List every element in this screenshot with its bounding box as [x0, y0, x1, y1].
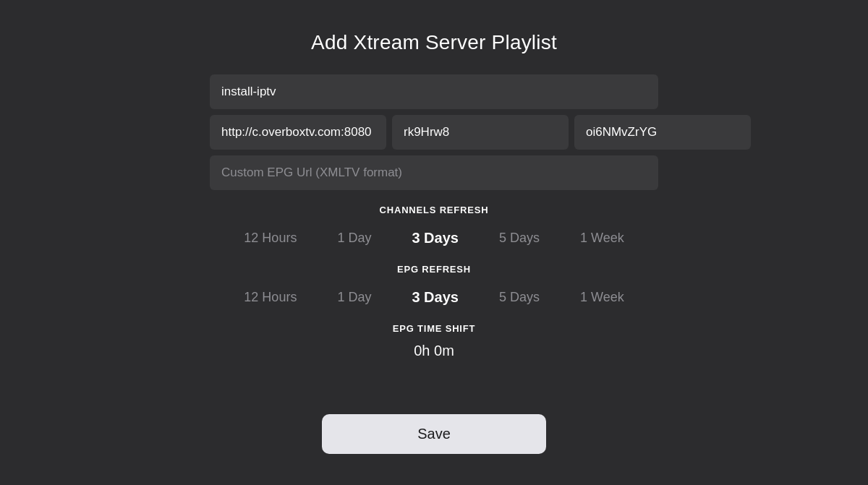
epg-3days-button[interactable]: 3 Days — [391, 283, 479, 312]
epg-refresh-options: 12 Hours 1 Day 3 Days 5 Days 1 Week — [210, 283, 658, 312]
epg-time-shift-value[interactable]: 0h 0m — [414, 343, 454, 359]
epg-refresh-section: EPG REFRESH 12 Hours 1 Day 3 Days 5 Days… — [210, 264, 658, 312]
channels-refresh-label: CHANNELS REFRESH — [380, 205, 489, 215]
epg-refresh-label: EPG REFRESH — [397, 264, 471, 275]
url-input[interactable] — [210, 115, 386, 150]
dialog-title: Add Xtream Server Playlist — [311, 31, 557, 54]
username-input[interactable] — [392, 115, 569, 150]
epg-time-shift-section: EPG TIME SHIFT 0h 0m — [210, 323, 658, 359]
playlist-name-input[interactable] — [210, 74, 658, 109]
channels-3days-button[interactable]: 3 Days — [391, 224, 479, 252]
channels-5days-button[interactable]: 5 Days — [479, 225, 560, 252]
channels-12h-button[interactable]: 12 Hours — [224, 225, 317, 252]
epg-1day-button[interactable]: 1 Day — [317, 284, 391, 311]
playlist-name-row — [210, 74, 658, 109]
channels-1week-button[interactable]: 1 Week — [560, 225, 644, 252]
password-input[interactable] — [574, 115, 751, 150]
channels-1day-button[interactable]: 1 Day — [317, 225, 391, 252]
dialog-container: Add Xtream Server Playlist CHANNELS REFR… — [210, 31, 658, 454]
credentials-row — [210, 115, 658, 150]
epg-1week-button[interactable]: 1 Week — [560, 284, 644, 311]
epg-url-input[interactable] — [210, 155, 658, 190]
epg-time-shift-label: EPG TIME SHIFT — [393, 323, 475, 334]
channels-refresh-section: CHANNELS REFRESH 12 Hours 1 Day 3 Days 5… — [210, 205, 658, 252]
form-area — [210, 74, 658, 190]
save-button[interactable]: Save — [322, 414, 546, 454]
channels-refresh-options: 12 Hours 1 Day 3 Days 5 Days 1 Week — [210, 224, 658, 252]
epg-5days-button[interactable]: 5 Days — [479, 284, 560, 311]
epg-12h-button[interactable]: 12 Hours — [224, 284, 317, 311]
epg-url-row — [210, 155, 658, 190]
